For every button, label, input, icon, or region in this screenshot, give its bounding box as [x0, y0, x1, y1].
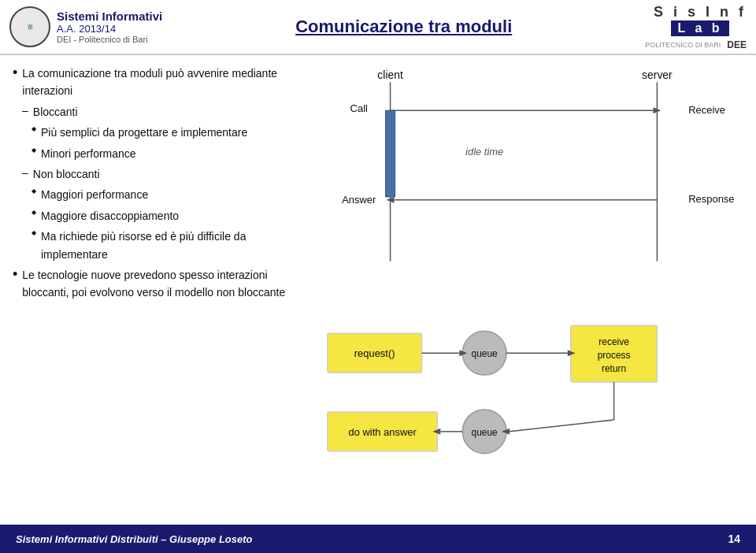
sisinf-branding: S i s I n f L a b POLITECNICO DI BARI DE…	[645, 4, 747, 50]
bullet-list: La comunicazione tra moduli può avvenire…	[13, 65, 296, 302]
bullet-item: Ma richiede più risorse ed è più diffici…	[13, 228, 296, 263]
dee-text: DEE	[727, 39, 747, 50]
footer-text: Sistemi Informativi Distribuiti – Giusep…	[16, 533, 253, 545]
page-title: Comunicazione tra moduli	[162, 17, 645, 37]
footer-page: 14	[728, 533, 740, 545]
org-dept: DEI - Politecnico di Bari	[57, 35, 162, 44]
bullet-item: Le tecnologie nuove prevedono spesso int…	[13, 266, 296, 302]
svg-text:idle time: idle time	[465, 146, 503, 158]
header: 🏛️ Sistemi Informativi A.A. 2013/14 DEI …	[0, 0, 756, 55]
svg-text:process: process	[598, 350, 631, 361]
server-label: server	[642, 69, 673, 81]
svg-text:Answer: Answer	[342, 194, 376, 206]
left-panel: La comunicazione tra moduli può avvenire…	[13, 65, 304, 515]
poliba-text: POLITECNICO DI BARI	[645, 41, 721, 49]
bullet-item: Maggiori performance	[13, 186, 296, 203]
bullet-item: Maggiore disaccoppiamento	[13, 207, 296, 225]
footer: Sistemi Informativi Distribuiti – Giusep…	[0, 525, 756, 553]
bullet-item: Bloccanti	[13, 103, 296, 121]
svg-text:Response: Response	[688, 193, 734, 205]
bullet-text: Ma richiede più risorse ed è più diffici…	[41, 228, 296, 263]
svg-text:request(): request()	[354, 347, 395, 359]
right-panel: client server Call Receive idle time Res…	[304, 65, 743, 515]
blocking-diagram: client server Call Receive idle time Res…	[304, 65, 743, 269]
svg-text:return: return	[602, 363, 626, 374]
bullet-item: Minori performance	[13, 145, 296, 162]
bullet-item: La comunicazione tra moduli può avvenire…	[13, 65, 296, 100]
svg-text:Receive: Receive	[688, 104, 725, 116]
svg-text:receive: receive	[598, 336, 629, 347]
svg-rect-6	[386, 110, 395, 197]
bullet-text: Maggiore disaccoppiamento	[41, 207, 296, 225]
bullet-text: Bloccanti	[33, 103, 296, 121]
svg-text:do with answer: do with answer	[348, 426, 417, 438]
bullet-item: Non bloccanti	[13, 165, 296, 183]
sisinf-logo: S i s I n f L a b	[654, 4, 747, 36]
org-title: Sistemi Informativi	[57, 9, 162, 23]
svg-line-29	[510, 420, 614, 432]
bullet-text: Le tecnologie nuove prevedono spesso int…	[22, 266, 296, 302]
main-content: La comunicazione tra moduli può avvenire…	[0, 55, 756, 525]
svg-text:Call: Call	[350, 102, 368, 114]
bullet-text: Minori performance	[41, 145, 296, 162]
svg-text:queue: queue	[472, 348, 498, 359]
logo-area: 🏛️ Sistemi Informativi A.A. 2013/14 DEI …	[9, 6, 162, 47]
bullet-item: Più semplici da progettare e implementar…	[13, 124, 296, 141]
org-year: A.A. 2013/14	[57, 23, 162, 35]
poliba-logo: 🏛️	[9, 6, 50, 47]
bullet-text: Non bloccanti	[33, 165, 296, 183]
client-label: client	[377, 69, 403, 81]
sisinf-bottom: L a b	[671, 20, 728, 36]
bullet-text: La comunicazione tra moduli può avvenire…	[22, 65, 296, 100]
sisinf-top: S i s I n f	[654, 4, 747, 20]
nonblocking-diagram: request() queue receive process return d…	[304, 277, 743, 515]
svg-text:queue: queue	[472, 427, 498, 438]
header-org-text: Sistemi Informativi A.A. 2013/14 DEI - P…	[57, 9, 162, 44]
bullet-text: Più semplici da progettare e implementar…	[41, 124, 296, 141]
bullet-text: Maggiori performance	[41, 186, 296, 203]
